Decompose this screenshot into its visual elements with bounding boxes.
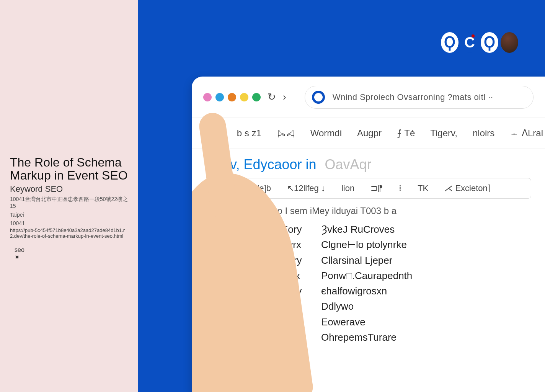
result-headline: Anev, Edycaoor in OavAqr [192, 149, 545, 176]
nav-forward-icon[interactable]: › [283, 91, 286, 103]
filter-item[interactable]: ⋌ Excieton⌉ [444, 183, 491, 193]
row-metric: 13 00K→ [222, 237, 272, 252]
page-url: https://pub-5c454f571b8e40a3a2aad27ade84… [10, 227, 128, 239]
row-value: ȜvkeJ RuCroves [321, 222, 395, 237]
headline-main: Anev, Edycaoor in [206, 157, 317, 172]
list-item[interactable]: 17 004 →RylxDdlywo [222, 299, 514, 314]
tab-item[interactable]: ⦮⦯ [277, 128, 295, 139]
nav-back-icon[interactable]: ↻ [268, 91, 276, 103]
row-metric: 17 004 → [222, 299, 272, 314]
tab-strip[interactable]: u̲ppb s z1⦮⦯WormdiAugpr⨍ TéTigerv,nloirs… [192, 118, 545, 149]
list-item[interactable]: 8I 00K →EgryCllarsinal Ljeper [222, 253, 514, 268]
row-metric: 8I 00K → [222, 253, 272, 268]
address-text: Wnind Sproiech Ovsarroning ?mats oitl ·· [333, 92, 493, 102]
list-item[interactable]: 68 00K →EoryȜvkeJ RuCroves [222, 222, 514, 237]
tab-item[interactable]: b s z1 [237, 128, 261, 139]
list-item[interactable]: 80 00K →NilvOhrepemsTurare [222, 330, 514, 345]
logo-glyph-1: Ϙ [441, 32, 459, 53]
row-label: Nilv [281, 330, 312, 345]
filter-item[interactable]: lion [341, 183, 354, 193]
window-dot-2[interactable] [215, 93, 224, 101]
row-metric: 80 00K → [222, 268, 272, 283]
site-icon [312, 91, 325, 104]
headline-secondary: OavAqr [325, 157, 372, 172]
brand-logo: Ϙ C Ϙ [441, 32, 518, 53]
filter-item[interactable]: TK [418, 183, 428, 193]
tab-item[interactable]: Tigerv, [430, 128, 457, 139]
city: Taipei [10, 211, 128, 218]
page-subtitle: Keyword SEO [10, 184, 128, 194]
filter-bar[interactable]: nyvalihle]b↖12llfeg ↓lion⊐⁋⁞TK⋌ Excieton… [206, 178, 531, 199]
tag-label: seo [15, 247, 24, 253]
list-item[interactable]: 13 00K→ByrxClgne⊢lo ptolynrke [222, 237, 514, 252]
window-dot-1[interactable] [203, 93, 212, 101]
row-label: Rylx [281, 299, 312, 314]
address: 10041台灣台北市中正區忠孝西路一段50號22樓之15 [10, 196, 128, 209]
row-value: Clgne⊢lo ptolynrke [321, 237, 407, 252]
row-value: Ponw□.Caurapednth [321, 268, 412, 283]
browser-toolbar: ↻ › Wnind Sproiech Ovsarroning ?mats oit… [192, 77, 545, 118]
page-title: The Role of Schema Markup in Event SEO [10, 156, 128, 182]
tag-icon: ▣ [15, 253, 128, 260]
window-dot-4[interactable] [240, 93, 248, 101]
row-label: Eory [281, 222, 312, 237]
tab-item[interactable]: ⫠ ɅLral ⫠ [510, 128, 545, 139]
filter-item[interactable]: nyvalih [215, 183, 241, 193]
logo-glyph-2: C [461, 32, 478, 53]
row-value: Eowerave [321, 314, 366, 330]
row-metric: 82 00K → [222, 283, 272, 299]
row-label: Bory [281, 314, 312, 330]
row-value: Ddlywo [321, 299, 354, 314]
zip: 10041 [10, 220, 128, 227]
list-item[interactable]: 80 00K →BylxPonw□.Caurapednth [222, 268, 514, 283]
logo-glyph-4 [501, 32, 518, 53]
row-metric: 80 00K → [222, 330, 272, 345]
logo-glyph-3: Ϙ [481, 32, 498, 53]
browser-window: ↻ › Wnind Sproiech Ovsarroning ?mats oit… [192, 77, 545, 392]
address-bar[interactable]: Wnind Sproiech Ovsarroning ?mats oitl ·· [305, 86, 534, 109]
row-metric: 68 00K → [222, 222, 272, 237]
filter-item[interactable]: ↖12llfeg ↓ [287, 183, 325, 193]
filter-item[interactable]: ⁞ [399, 183, 401, 193]
row-label: Bylx [281, 268, 312, 283]
tab-item[interactable]: nloirs [473, 128, 494, 139]
row-metric: 8E 00K → [222, 345, 272, 360]
row-label: Bury [281, 283, 312, 299]
tab-item[interactable]: ⨍ Té [397, 128, 415, 139]
window-dot-3[interactable] [228, 93, 236, 101]
tab-item[interactable]: u̲pp [206, 128, 222, 139]
list-item[interactable]: 8E 00K → [222, 345, 514, 360]
result-list: 68 00K →EoryȜvkeJ RuCroves13 00K→ByrxClg… [192, 222, 545, 361]
sidebar: The Role of Schema Markup in Event SEO K… [0, 0, 138, 392]
list-item[interactable]: 32 00K →BoryEowerave [222, 314, 514, 330]
hero-area: Ϙ C Ϙ ↻ › Wnind Sproiech Ovsarroning ?ma… [138, 0, 545, 392]
filter-item[interactable]: le]b [257, 183, 271, 193]
row-value: Cllarsinal Ljeper [321, 253, 392, 268]
row-label: Byrx [281, 237, 312, 252]
list-item[interactable]: 82 00K →Buryєhalfowigrosxn [222, 283, 514, 299]
window-controls[interactable] [203, 93, 261, 101]
row-value: єhalfowigrosxn [321, 283, 387, 299]
row-value: OhrepemsTurare [321, 330, 397, 345]
tab-item[interactable]: Wormdi [310, 128, 342, 139]
row-label: Egry [281, 253, 312, 268]
result-subheading: Hry oun⍼ Roro I sem iMey ilduyai T003 b … [192, 199, 545, 222]
tab-item[interactable]: Augpr [357, 128, 382, 139]
row-metric: 32 00K → [222, 314, 272, 330]
window-dot-5[interactable] [252, 93, 261, 101]
filter-item[interactable]: ⊐⁋ [370, 183, 383, 193]
